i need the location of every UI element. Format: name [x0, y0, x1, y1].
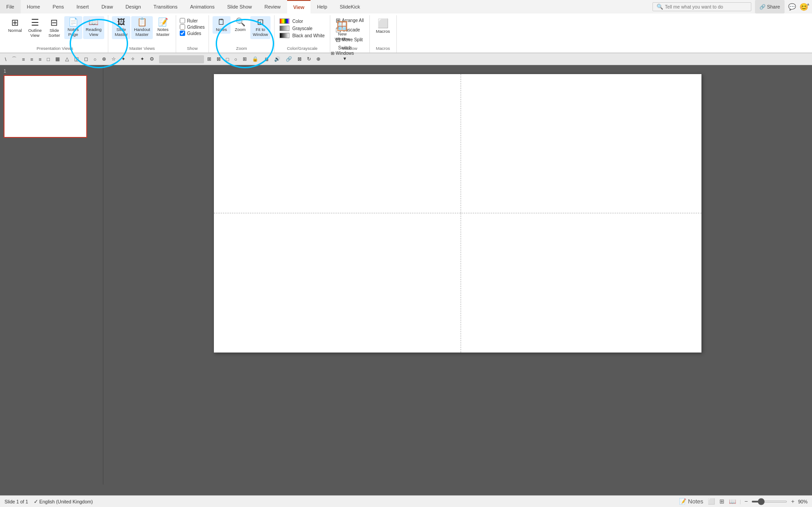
normal-view-label: Normal: [8, 28, 22, 33]
ruler-label: Ruler: [187, 18, 198, 23]
slide-sorter-button[interactable]: ⊟ SlideSorter: [45, 16, 63, 40]
draw-align-center-button[interactable]: ≡: [28, 56, 35, 63]
draw-star-button[interactable]: ☆: [109, 55, 118, 63]
reading-view-button[interactable]: 📖 ReadingView: [83, 16, 104, 39]
normal-view-button[interactable]: ⊞ Normal: [5, 16, 25, 35]
notes-master-button[interactable]: 📝 NotesMaster: [154, 16, 172, 39]
gridlines-checkbox-input[interactable]: [180, 24, 185, 30]
ribbon-content: ⊞ Normal ☰ OutlineView ⊟ SlideSorter 📄 N…: [0, 13, 812, 53]
notes-master-icon: 📝: [158, 18, 168, 26]
draw-chain-button[interactable]: 🔗: [284, 55, 294, 63]
ruler-checkbox-input[interactable]: [180, 18, 185, 23]
draw-circle-button[interactable]: ○: [91, 56, 99, 63]
tab-pens[interactable]: Pens: [46, 0, 70, 13]
style-selector[interactable]: [159, 55, 204, 63]
draw-group-button[interactable]: ⊞: [240, 55, 249, 63]
handout-master-button[interactable]: 📋 HandoutMaster: [131, 16, 153, 39]
guides-checkbox[interactable]: Guides: [180, 31, 204, 36]
zoom-out-button[interactable]: −: [744, 497, 749, 506]
notes-toggle-button[interactable]: 📝 Notes: [678, 497, 704, 506]
guides-checkbox-input[interactable]: [180, 31, 185, 36]
draw-line-button[interactable]: \: [3, 56, 9, 63]
view-grid-icon[interactable]: ⊞: [719, 497, 725, 506]
gridlines-checkbox[interactable]: Gridlines: [180, 24, 204, 30]
draw-align-left-button[interactable]: ≡: [20, 56, 27, 63]
draw-gear-button[interactable]: ⚙: [147, 55, 156, 63]
zoom-level: 90%: [798, 499, 808, 504]
draw-shapes-button[interactable]: ◫: [72, 55, 81, 63]
grayscale-item[interactable]: Grayscale: [278, 25, 326, 31]
draw-triangle-button[interactable]: △: [63, 55, 71, 63]
draw-grid-button[interactable]: ▦: [53, 55, 62, 63]
tab-view[interactable]: View: [287, 0, 311, 13]
macros-group-label: Macros: [373, 45, 393, 53]
slide-sorter-icon: ⊟: [50, 18, 58, 27]
tab-animations[interactable]: Animations: [184, 0, 221, 13]
reading-view-label: ReadingView: [86, 27, 102, 37]
new-window-button[interactable]: 🪟 NewWindow: [329, 19, 356, 44]
tab-home[interactable]: Home: [21, 0, 46, 13]
zoom-button[interactable]: 🔍 Zoom: [231, 16, 249, 34]
tab-design[interactable]: Design: [119, 0, 147, 13]
zoom-slider[interactable]: [751, 501, 787, 503]
draw-refresh-button[interactable]: ↻: [305, 55, 313, 63]
color-items: Color Grayscale Black and White: [278, 16, 326, 39]
notes-page-button[interactable]: 📄 NotesPage: [64, 16, 82, 39]
outline-view-label: OutlineView: [28, 28, 42, 38]
tab-insert[interactable]: Insert: [70, 0, 95, 13]
slide-master-button[interactable]: 🖼 SlideMaster: [112, 16, 130, 39]
slide-lower-section: [214, 213, 701, 353]
black-white-item[interactable]: Black and White: [278, 32, 326, 39]
zoom-in-button[interactable]: +: [790, 497, 795, 506]
ribbon: File Home Pens Insert Draw Design Transi…: [0, 0, 812, 53]
new-window-label: NewWindow: [335, 31, 350, 42]
draw-select-button[interactable]: ◻: [82, 55, 90, 63]
draw-align-right-button[interactable]: ≡: [36, 56, 44, 63]
draw-screen-button[interactable]: 🖥: [262, 56, 271, 63]
tab-transitions[interactable]: Transitions: [147, 0, 184, 13]
ribbon-collapse-arrow[interactable]: ▲: [806, 2, 810, 6]
ribbon-group-window: ⊞ Arrange All ❐ Cascade ⊟ Move Split: [330, 15, 370, 53]
draw-rect-button[interactable]: □: [224, 56, 231, 63]
notes-zoom-icon: 🗒: [217, 18, 226, 26]
notes-status-label: Notes: [688, 498, 703, 505]
draw-circle2-button[interactable]: ○: [232, 56, 240, 63]
draw-puzzle-button[interactable]: ⊠: [295, 55, 304, 63]
draw-six-star-button[interactable]: ✦: [138, 55, 146, 63]
outline-view-button[interactable]: ☰ OutlineView: [26, 16, 44, 40]
draw-arrow-star-button[interactable]: ✧: [129, 55, 137, 63]
ribbon-group-show: Ruler Gridlines Guides Show: [176, 15, 209, 53]
tab-draw[interactable]: Draw: [95, 0, 120, 13]
draw-border-button[interactable]: □: [44, 56, 52, 63]
draw-lock-button[interactable]: 🔒: [250, 55, 261, 63]
fit-to-window-icon: ⊡: [257, 18, 264, 26]
comments-button[interactable]: 💬: [788, 3, 796, 10]
switch-windows-button[interactable]: ⊞ Switch Windows ▼: [329, 44, 356, 62]
draw-plus-button[interactable]: ⊕: [100, 55, 108, 63]
view-reading-icon[interactable]: 📖: [728, 497, 737, 506]
color-item[interactable]: Color: [278, 18, 326, 24]
draw-extra2-button[interactable]: ⊠: [214, 55, 223, 63]
slide-number: 1: [4, 69, 99, 74]
slide-thumbnail[interactable]: [4, 75, 87, 138]
macros-button[interactable]: ⬜ Macros: [373, 16, 393, 35]
draw-curve-button[interactable]: ⌒: [9, 55, 19, 63]
fit-to-window-button[interactable]: ⊡ Fit toWindow: [250, 16, 271, 39]
draw-more-button[interactable]: ⊕: [314, 55, 323, 63]
draw-volume-button[interactable]: 🔊: [272, 55, 283, 63]
reading-view-icon: 📖: [89, 18, 98, 26]
notes-zoom-button[interactable]: 🗒 Notes: [213, 16, 231, 34]
view-normal-icon[interactable]: ⬜: [707, 497, 716, 506]
ribbon-group-color: Color Grayscale Black and White Color/Gr…: [275, 15, 330, 53]
search-input[interactable]: [665, 4, 747, 9]
tab-slideshow[interactable]: Slide Show: [221, 0, 258, 13]
tab-slidekick[interactable]: SlideKick: [333, 0, 366, 13]
draw-extra1-button[interactable]: ⊞: [205, 55, 213, 63]
tab-review[interactable]: Review: [258, 0, 287, 13]
tab-file[interactable]: File: [0, 0, 21, 13]
share-button[interactable]: 🔗 Share: [755, 0, 785, 13]
tab-help[interactable]: Help: [311, 0, 333, 13]
black-white-swatch: [280, 33, 289, 38]
draw-5star-button[interactable]: ✦: [119, 55, 128, 63]
ruler-checkbox[interactable]: Ruler: [180, 18, 204, 23]
